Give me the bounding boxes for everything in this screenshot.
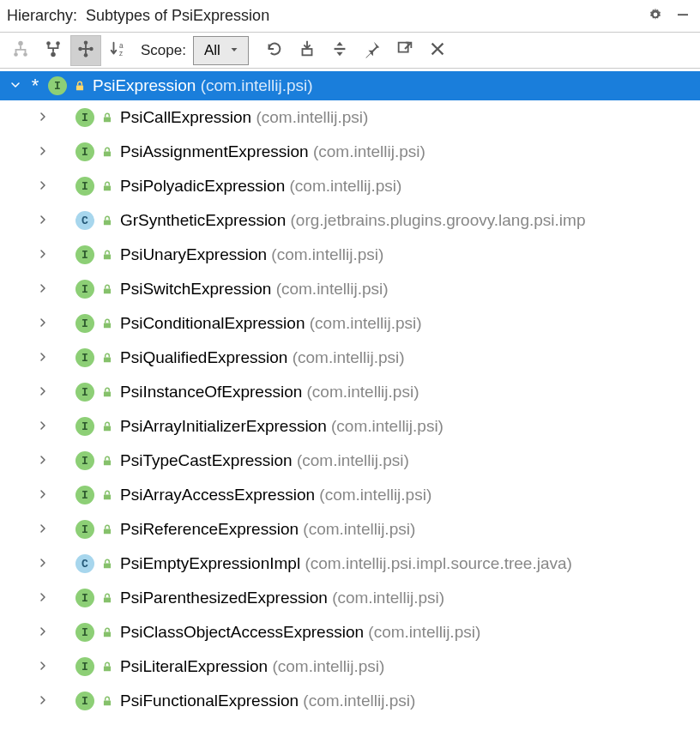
chevron-right-icon <box>38 146 48 159</box>
tree-root-row[interactable]: * I PsiExpression (com.intellij.psi) <box>0 71 700 100</box>
node-name: PsiExpression <box>93 76 196 94</box>
node-package: (com.intellij.psi) <box>332 589 444 607</box>
node-package: (com.intellij.psi) <box>272 657 384 675</box>
interface-badge-icon: I <box>75 692 94 710</box>
tree-row[interactable]: *IPsiPolyadicExpression (com.intellij.ps… <box>0 169 700 203</box>
hierarchy-tree[interactable]: * I PsiExpression (com.intellij.psi) *IP… <box>0 69 700 743</box>
chevron-right-icon <box>38 695 48 708</box>
sort-az-icon <box>109 39 128 61</box>
sort-alpha-button[interactable] <box>103 35 134 66</box>
node-name: PsiPolyadicExpression <box>120 177 285 195</box>
expand-arrow[interactable] <box>36 694 50 708</box>
expand-arrow[interactable] <box>36 488 50 502</box>
node-package: (com.intellij.psi.impl.source.tree.java) <box>305 554 572 572</box>
expand-all-button[interactable] <box>324 35 355 66</box>
tree-both-icon <box>76 39 95 61</box>
node-name: GrSyntheticExpression <box>120 211 286 229</box>
lock-icon <box>101 248 113 262</box>
node-name: PsiLiteralExpression <box>120 657 268 675</box>
node-name: PsiReferenceExpression <box>120 520 299 538</box>
expand-arrow[interactable] <box>36 625 50 639</box>
tree-row[interactable]: *IPsiLiteralExpression (com.intellij.psi… <box>0 649 700 684</box>
expand-arrow[interactable] <box>9 79 22 93</box>
expand-arrow[interactable] <box>36 660 50 674</box>
settings-button[interactable] <box>643 4 667 28</box>
tree-row[interactable]: *IPsiCallExpression (com.intellij.psi) <box>0 100 700 135</box>
autoscroll-button[interactable] <box>292 35 323 66</box>
expand-all-icon <box>330 39 349 61</box>
pin-button[interactable] <box>357 35 388 66</box>
chevron-down-icon <box>10 80 21 93</box>
interface-badge-icon: I <box>75 589 94 607</box>
expand-arrow[interactable] <box>36 351 50 365</box>
node-package: (com.intellij.psi) <box>256 108 368 126</box>
tree-row[interactable]: *IPsiArrayAccessExpression (com.intellij… <box>0 478 700 512</box>
lock-icon <box>101 625 113 639</box>
tree-up-icon <box>44 39 63 61</box>
node-package: (com.intellij.psi) <box>303 692 415 710</box>
tree-row[interactable]: *IPsiQualifiedExpression (com.intellij.p… <box>0 341 700 375</box>
tree-row[interactable]: *IPsiConditionalExpression (com.intellij… <box>0 306 700 341</box>
chevron-down-icon <box>229 42 239 59</box>
node-package: (com.intellij.psi) <box>201 76 313 94</box>
expand-arrow[interactable] <box>36 282 50 296</box>
tree-row[interactable]: *IPsiUnaryExpression (com.intellij.psi) <box>0 238 700 272</box>
chevron-right-icon <box>38 249 48 262</box>
node-package: (com.intellij.psi) <box>271 245 383 263</box>
subtypes-hierarchy-button[interactable] <box>70 35 101 66</box>
close-button[interactable] <box>422 35 453 66</box>
interface-badge-icon: I <box>48 76 67 95</box>
expand-arrow[interactable] <box>36 179 50 193</box>
tree-row[interactable]: *IPsiArrayInitializerExpression (com.int… <box>0 409 700 444</box>
node-name: PsiCallExpression <box>120 108 251 126</box>
tree-row[interactable]: *IPsiClassObjectAccessExpression (com.in… <box>0 615 700 649</box>
node-name: PsiEmptyExpressionImpl <box>120 554 300 572</box>
expand-arrow[interactable] <box>36 317 50 330</box>
tree-row[interactable]: *IPsiSwitchExpression (com.intellij.psi) <box>0 272 700 306</box>
panel-header: Hierarchy: Subtypes of PsiExpression <box>0 0 700 33</box>
interface-badge-icon: I <box>75 108 94 127</box>
minimize-button[interactable] <box>671 4 695 28</box>
class-hierarchy-button[interactable] <box>5 35 36 66</box>
interface-badge-icon: I <box>75 280 94 299</box>
tree-down-icon <box>11 39 30 61</box>
export-button[interactable] <box>389 35 420 66</box>
expand-arrow[interactable] <box>36 214 50 227</box>
expand-arrow[interactable] <box>36 145 50 159</box>
node-package: (com.intellij.psi) <box>331 417 444 435</box>
chevron-right-icon <box>38 352 48 365</box>
node-name: PsiArrayAccessExpression <box>120 486 315 504</box>
refresh-icon <box>265 39 284 61</box>
tree-row[interactable]: *CGrSyntheticExpression (org.jetbrains.p… <box>0 203 700 238</box>
expand-arrow[interactable] <box>36 248 50 262</box>
interface-badge-icon: I <box>75 314 94 333</box>
tree-row[interactable]: *IPsiReferenceExpression (com.intellij.p… <box>0 512 700 547</box>
chevron-right-icon <box>38 420 48 433</box>
tree-row[interactable]: *IPsiFunctionalExpression (com.intellij.… <box>0 684 700 718</box>
node-name: PsiFunctionalExpression <box>120 692 299 710</box>
chevron-right-icon <box>38 112 48 124</box>
expand-arrow[interactable] <box>36 385 50 399</box>
expand-arrow[interactable] <box>36 111 50 124</box>
scope-dropdown[interactable]: All <box>193 36 249 65</box>
node-package: (com.intellij.psi) <box>368 623 480 641</box>
lock-icon <box>101 454 113 468</box>
lock-icon <box>101 488 113 502</box>
expand-arrow[interactable] <box>36 591 50 605</box>
expand-arrow[interactable] <box>36 420 50 433</box>
tree-row[interactable]: *IPsiAssignmentExpression (com.intellij.… <box>0 135 700 169</box>
chevron-right-icon <box>38 386 48 399</box>
interface-badge-icon: I <box>75 417 94 436</box>
panel-title: Subtypes of PsiExpression <box>86 7 269 25</box>
refresh-button[interactable] <box>259 35 290 66</box>
expand-arrow[interactable] <box>36 557 50 571</box>
tree-row[interactable]: *CPsiEmptyExpressionImpl (com.intellij.p… <box>0 547 700 581</box>
expand-arrow[interactable] <box>36 523 50 536</box>
expand-arrow[interactable] <box>36 454 50 468</box>
node-package: (com.intellij.psi) <box>297 451 409 469</box>
supertypes-hierarchy-button[interactable] <box>38 35 69 66</box>
tree-row[interactable]: *IPsiInstanceOfExpression (com.intellij.… <box>0 375 700 409</box>
tree-row[interactable]: *IPsiParenthesizedExpression (com.intell… <box>0 581 700 615</box>
class-badge-icon: C <box>75 554 94 573</box>
tree-row[interactable]: *IPsiTypeCastExpression (com.intellij.ps… <box>0 444 700 478</box>
